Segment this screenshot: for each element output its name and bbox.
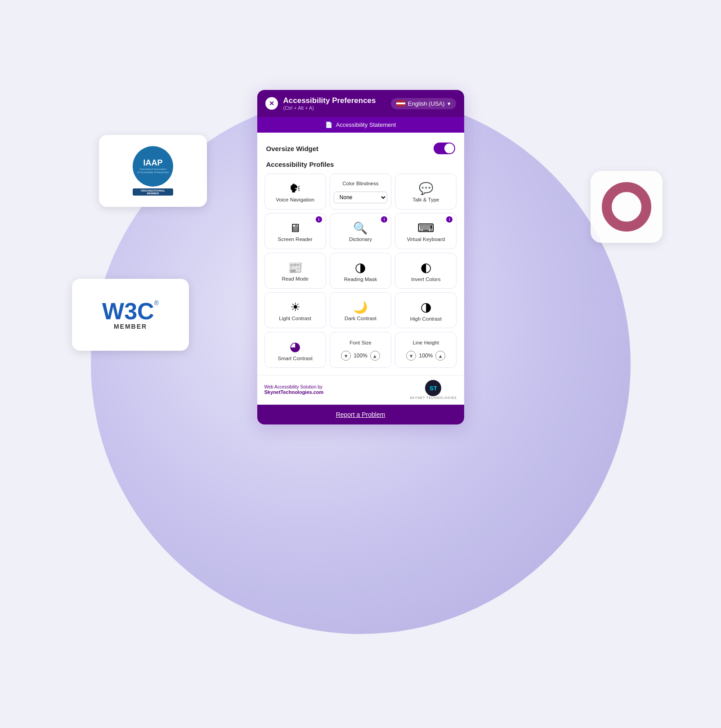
feature-grid: 🗣 Voice Navigation Color Blindness None … — [264, 174, 457, 368]
virtual-keyboard-icon: ⌨ — [417, 222, 434, 234]
virtual-keyboard-label: Virtual Keyboard — [407, 237, 445, 242]
widget-body: Oversize Widget Accessibility Profiles 🗣… — [257, 133, 464, 375]
footer-logo: ST SKYNET TECHNOLOGIES — [410, 380, 457, 399]
feature-line-height: Line Height ▾ 100% ▴ — [395, 332, 457, 368]
iaap-badge: IAAP International Associationof Accessi… — [133, 146, 173, 196]
dark-contrast-icon: 🌙 — [353, 301, 367, 313]
w3c-card: W3C ® MEMBER — [72, 279, 189, 351]
accessibility-widget: ✕ Accessibility Preferences (Ctrl + Alt … — [257, 90, 464, 424]
w3c-logo: W3C ® MEMBER — [102, 299, 159, 330]
oversize-label: Oversize Widget — [266, 145, 319, 152]
w3c-member-label: MEMBER — [114, 323, 147, 330]
dictionary-label: Dictionary — [349, 237, 372, 242]
read-mode-icon: 📰 — [288, 262, 302, 273]
header-title-block: Accessibility Preferences (Ctrl + Alt + … — [283, 96, 376, 111]
w3c-registered: ® — [154, 299, 159, 307]
talk-type-label: Talk & Type — [412, 197, 439, 202]
high-contrast-label: High Contrast — [410, 316, 442, 322]
read-mode-label: Read Mode — [282, 276, 308, 281]
color-blindness-select[interactable]: None Protanopia Deuteranopia Tritanopia — [334, 192, 387, 203]
footer-line2: SkynetTechnologies.com — [264, 389, 324, 395]
iaap-card: IAAP International Associationof Accessi… — [99, 135, 207, 207]
line-height-value: 100% — [419, 353, 433, 359]
font-size-stepper: ▾ 100% ▴ — [341, 351, 380, 361]
feature-font-size: Font Size ▾ 100% ▴ — [330, 332, 391, 368]
screen-reader-label: Screen Reader — [278, 237, 312, 242]
widget-footer: Web Accessibility Solution by SkynetTech… — [257, 375, 464, 405]
feature-dictionary[interactable]: i 🔍 Dictionary — [330, 213, 391, 249]
lang-label: English (USA) — [408, 100, 445, 107]
footer-logo-circle: ST — [425, 380, 441, 396]
info-dot-screen-reader: i — [316, 216, 322, 223]
light-contrast-icon: ☀ — [290, 301, 300, 313]
font-size-title: Font Size — [349, 340, 372, 345]
feature-light-contrast[interactable]: ☀ Light Contrast — [264, 292, 326, 328]
chevron-down-icon: ▾ — [448, 100, 451, 107]
feature-talk-and-type[interactable]: 💬 Talk & Type — [395, 174, 457, 210]
report-problem-button[interactable]: Report a Problem — [257, 405, 464, 424]
light-contrast-label: Light Contrast — [279, 316, 311, 321]
feature-dark-contrast[interactable]: 🌙 Dark Contrast — [330, 292, 391, 328]
feature-smart-contrast[interactable]: ◕ Smart Contrast — [264, 332, 326, 368]
feature-read-mode[interactable]: 📰 Read Mode — [264, 253, 326, 289]
language-selector[interactable]: English (USA) ▾ — [391, 98, 456, 109]
feature-virtual-keyboard[interactable]: i ⌨ Virtual Keyboard — [395, 213, 457, 249]
voice-navigation-label: Voice Navigation — [276, 197, 314, 202]
feature-color-blindness: Color Blindness None Protanopia Deuteran… — [330, 174, 391, 210]
feature-reading-mask[interactable]: ◑ Reading Mask — [330, 253, 391, 289]
statement-label: Accessibility Statement — [336, 121, 396, 128]
invert-colors-icon: ◐ — [421, 261, 431, 274]
iaap-circle: IAAP International Associationof Accessi… — [133, 146, 173, 187]
oversize-row: Oversize Widget — [264, 140, 457, 159]
dark-contrast-label: Dark Contrast — [345, 316, 376, 321]
feature-invert-colors[interactable]: ◐ Invert Colors — [395, 253, 457, 289]
color-blindness-title: Color Blindness — [342, 181, 379, 186]
info-dot-dictionary: i — [381, 216, 387, 223]
line-height-increase[interactable]: ▴ — [435, 351, 445, 361]
line-height-decrease[interactable]: ▾ — [406, 351, 416, 361]
page-container: IAAP International Associationof Accessi… — [0, 0, 721, 728]
footer-logo-subtitle: SKYNET TECHNOLOGIES — [410, 396, 457, 399]
footer-text: Web Accessibility Solution by SkynetTech… — [264, 384, 324, 395]
dictionary-icon: 🔍 — [353, 222, 367, 234]
statement-icon: 📄 — [325, 121, 332, 128]
donut-ring — [602, 182, 651, 232]
footer-line1: Web Accessibility Solution by — [264, 384, 324, 389]
widget-header-left: ✕ Accessibility Preferences (Ctrl + Alt … — [265, 96, 376, 111]
iaap-title: IAAP — [143, 159, 162, 167]
w3c-text: W3C — [102, 299, 154, 323]
screen-reader-icon: 🖥 — [289, 222, 301, 234]
info-dot-virtual-keyboard: i — [446, 216, 452, 223]
feature-voice-navigation[interactable]: 🗣 Voice Navigation — [264, 174, 326, 210]
close-button[interactable]: ✕ — [265, 97, 278, 110]
profiles-label: Accessibility Profiles — [264, 159, 457, 174]
font-size-decrease[interactable]: ▾ — [341, 351, 351, 361]
widget-shortcut: (Ctrl + Alt + A) — [283, 105, 376, 111]
high-contrast-icon: ◑ — [421, 301, 431, 313]
widget-header: ✕ Accessibility Preferences (Ctrl + Alt … — [257, 90, 464, 117]
reading-mask-icon: ◑ — [355, 261, 366, 274]
invert-colors-label: Invert Colors — [411, 277, 440, 282]
widget-title: Accessibility Preferences — [283, 96, 376, 105]
oversize-toggle[interactable] — [434, 143, 455, 154]
font-size-value: 100% — [354, 353, 367, 359]
feature-screen-reader[interactable]: i 🖥 Screen Reader — [264, 213, 326, 249]
reading-mask-label: Reading Mask — [344, 277, 377, 282]
talk-type-icon: 💬 — [419, 183, 433, 194]
flag-icon — [396, 100, 405, 107]
donut-card — [591, 171, 663, 243]
line-height-stepper: ▾ 100% ▴ — [406, 351, 445, 361]
feature-high-contrast[interactable]: ◑ High Contrast — [395, 292, 457, 328]
smart-contrast-icon: ◕ — [290, 340, 300, 353]
line-height-title: Line Height — [413, 340, 439, 345]
iaap-org-label: ORGANIZATIONALMEMBER — [133, 188, 173, 196]
font-size-increase[interactable]: ▴ — [370, 351, 380, 361]
smart-contrast-label: Smart Contrast — [278, 356, 313, 361]
voice-navigation-icon: 🗣 — [289, 183, 301, 194]
statement-bar[interactable]: 📄 Accessibility Statement — [257, 117, 464, 133]
iaap-subtitle: International Associationof Accessibilit… — [135, 168, 170, 174]
